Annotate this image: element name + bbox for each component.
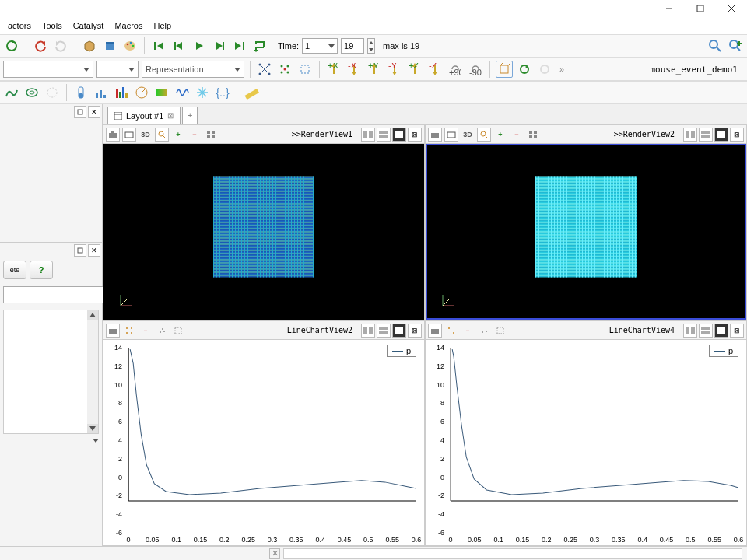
render-view-1[interactable] (103, 144, 424, 320)
split-v-icon[interactable] (377, 128, 391, 142)
line-chart-1[interactable]: p 14121086420-2-4-600.050.10.150.20.250.… (103, 340, 424, 545)
loop-icon[interactable] (251, 37, 268, 54)
close-view-icon[interactable]: ⊠ (730, 128, 744, 142)
representation-combo[interactable]: Representation (142, 61, 244, 78)
maximize-view-icon[interactable] (714, 128, 728, 142)
panel-close-button[interactable]: ✕ (88, 244, 100, 257)
3d-label[interactable]: 3D (139, 128, 153, 142)
split-v-icon[interactable] (377, 324, 391, 338)
split-h-icon[interactable] (683, 128, 697, 142)
menu-macros[interactable]: Macros (110, 19, 147, 32)
axis-3d-widget[interactable] (440, 290, 458, 309)
histogram-icon[interactable] (93, 84, 110, 101)
render-view-2[interactable] (426, 144, 746, 320)
waveform-icon[interactable] (174, 84, 191, 101)
panel-close-button[interactable]: ✕ (88, 106, 100, 118)
add-icon[interactable]: + (493, 128, 507, 142)
contour-icon[interactable] (3, 84, 20, 101)
time-value-field[interactable]: 1 (302, 38, 338, 54)
axis-ny-icon[interactable]: -Y (386, 61, 403, 78)
properties-search-input[interactable] (3, 286, 112, 303)
points-icon[interactable] (122, 324, 136, 338)
close-view-icon[interactable]: ⊠ (408, 128, 422, 142)
package-icon[interactable] (81, 37, 98, 54)
remove-icon[interactable]: − (461, 324, 475, 338)
zoom-add-icon[interactable] (727, 37, 744, 54)
scatter-icon[interactable] (155, 324, 169, 338)
remove-icon[interactable]: − (188, 128, 202, 142)
add-icon[interactable]: + (171, 128, 185, 142)
axis-px-icon[interactable]: +X (325, 61, 342, 78)
component-combo[interactable] (96, 61, 139, 78)
axis-py-icon[interactable]: +Y (366, 61, 383, 78)
zoom-fit-icon[interactable] (155, 128, 169, 142)
scrollbar[interactable] (87, 310, 98, 433)
time-frame-field[interactable]: 19 (341, 38, 364, 54)
dropdown-caret-icon[interactable] (93, 439, 99, 443)
palette-icon[interactable] (121, 37, 139, 54)
panel-float-button[interactable] (74, 244, 86, 257)
axis-pz-icon[interactable]: +Z (406, 61, 423, 78)
server-icon[interactable] (101, 37, 118, 54)
axis-nz-icon[interactable]: -Z (426, 61, 444, 78)
toolbar-overflow[interactable]: » (559, 65, 564, 74)
properties-tree[interactable] (3, 310, 99, 434)
rotate-n90-icon[interactable]: -90 (467, 61, 484, 78)
points-icon[interactable] (444, 324, 458, 338)
snapshot-icon[interactable] (122, 128, 136, 142)
camera-icon[interactable] (106, 324, 120, 338)
split-h-icon[interactable] (683, 324, 697, 338)
frame-stepper[interactable] (367, 38, 375, 54)
snapshot-icon[interactable] (444, 128, 458, 142)
remove-icon[interactable]: − (510, 128, 524, 142)
next-frame-icon[interactable] (211, 37, 228, 54)
scatter-icon[interactable] (477, 324, 491, 338)
select-points-icon[interactable] (276, 61, 293, 78)
last-frame-icon[interactable] (231, 37, 248, 54)
glyph-icon[interactable] (44, 84, 61, 101)
contour2-icon[interactable] (23, 84, 40, 101)
braces-icon[interactable]: {..} (214, 84, 231, 101)
vial-icon[interactable] (72, 84, 89, 101)
barchart-icon[interactable] (113, 84, 130, 101)
zoom-to-data-icon[interactable] (707, 37, 724, 54)
3d-label[interactable]: 3D (461, 128, 475, 142)
close-window-button[interactable] (716, 0, 747, 17)
line-chart-2[interactable]: p 14121086420-2-4-600.050.10.150.20.250.… (426, 340, 746, 545)
camera-icon[interactable] (428, 128, 442, 142)
undo-icon[interactable] (32, 37, 49, 54)
minimize-button[interactable] (654, 0, 685, 17)
tab-layout-1[interactable]: Layout #1 ⊠ (107, 107, 181, 124)
bounding-box-icon[interactable] (496, 61, 513, 78)
maximize-button[interactable] (685, 0, 716, 17)
refresh-icon[interactable] (516, 61, 533, 78)
maximize-view-icon[interactable] (714, 324, 728, 338)
select-rect-icon[interactable] (493, 324, 507, 338)
zoom-fit-icon[interactable] (477, 128, 491, 142)
render-view-2-label[interactable]: >>RenderView2 (614, 130, 675, 138)
help-button[interactable]: ? (30, 261, 53, 279)
remove-icon[interactable]: − (139, 324, 153, 338)
close-view-icon[interactable]: ⊠ (408, 324, 422, 338)
gradient-icon[interactable] (153, 84, 170, 101)
tab-add[interactable]: + (182, 107, 198, 124)
maximize-view-icon[interactable] (392, 128, 406, 142)
split-v-icon[interactable] (699, 128, 713, 142)
scroll-down-icon[interactable] (87, 424, 98, 433)
select-block-icon[interactable] (296, 61, 314, 78)
redo-icon[interactable] (52, 37, 69, 54)
maximize-view-icon[interactable] (392, 324, 406, 338)
status-close-icon[interactable]: ✕ (269, 548, 280, 559)
ete-button[interactable]: ete (3, 261, 26, 279)
menu-catalyst[interactable]: Catalyst (68, 19, 109, 32)
menu-help[interactable]: Help (149, 19, 176, 32)
array-combo[interactable] (3, 61, 93, 78)
rotate-p90-icon[interactable]: +90 (447, 61, 464, 78)
first-frame-icon[interactable] (150, 37, 167, 54)
split-v-icon[interactable] (699, 324, 713, 338)
camera-icon[interactable] (106, 128, 120, 142)
reload-icon[interactable] (3, 37, 20, 54)
gauge-icon[interactable] (133, 84, 150, 101)
play-icon[interactable] (191, 37, 208, 54)
panel-float-button[interactable] (74, 106, 86, 118)
